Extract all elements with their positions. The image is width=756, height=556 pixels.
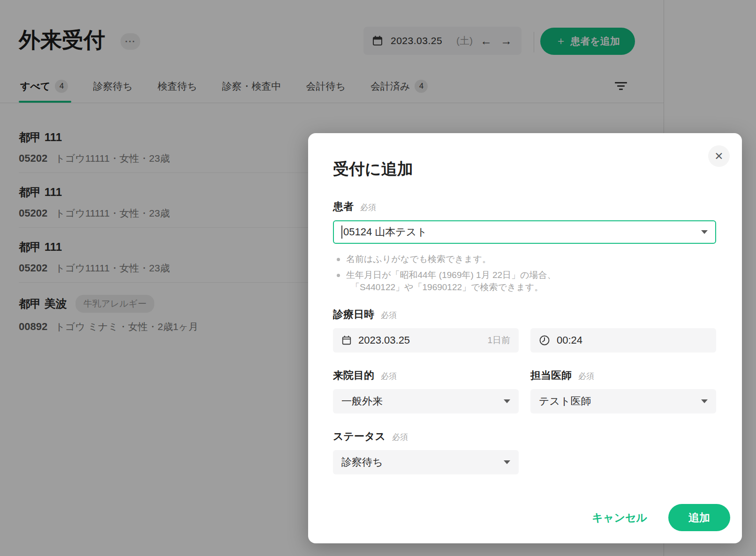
cancel-button[interactable]: キャンセル (592, 511, 647, 525)
status-select[interactable]: 診察待ち (333, 450, 519, 474)
submit-add-label: 追加 (688, 511, 710, 525)
visit-time-field[interactable]: 00:24 (530, 328, 716, 353)
search-hints: 名前はふりがなでも検索できます。 生年月日が「昭和44年 (1969年) 1月 … (334, 253, 716, 293)
patient-field-label: 患者 (333, 200, 354, 214)
modal-title: 受付に追加 (333, 159, 716, 178)
purpose-value: 一般外来 (341, 394, 383, 408)
required-badge: 必須 (578, 371, 594, 382)
required-badge: 必須 (360, 202, 376, 213)
submit-add-button[interactable]: 追加 (668, 504, 730, 531)
doctor-field-label: 担当医師 (530, 368, 572, 383)
datetime-field-label: 診療日時 (333, 308, 374, 322)
purpose-select[interactable]: 一般外来 (333, 389, 519, 413)
status-field-label: ステータス (333, 429, 386, 443)
required-badge: 必須 (381, 310, 397, 321)
add-to-reception-modal: ✕ 受付に追加 患者 必須 05124 山本テスト 名前はふりがなでも検索できま… (308, 133, 742, 543)
visit-time-value: 00:24 (557, 334, 582, 346)
chevron-down-icon (504, 460, 510, 464)
relative-day-label: 1日前 (487, 334, 510, 346)
patient-search-input[interactable]: 05124 山本テスト (333, 220, 716, 244)
hint-item: 名前はふりがなでも検索できます。 (334, 253, 716, 265)
chevron-down-icon (504, 399, 510, 403)
chevron-down-icon (701, 230, 708, 234)
patient-input-value: 05124 山本テスト (343, 225, 427, 239)
doctor-value: テスト医師 (539, 394, 591, 408)
visit-date-value: 2023.03.25 (358, 334, 410, 346)
chevron-down-icon (701, 399, 708, 403)
hint-item: 生年月日が「昭和44年 (1969年) 1月 22日」の場合、 「S440122… (334, 269, 716, 293)
clock-icon (539, 335, 550, 346)
required-badge: 必須 (392, 432, 408, 443)
purpose-field-label: 来院目的 (333, 368, 374, 383)
calendar-icon (341, 335, 352, 346)
doctor-select[interactable]: テスト医師 (530, 389, 716, 413)
required-badge: 必須 (381, 371, 397, 382)
text-cursor (341, 225, 342, 239)
outpatient-reception-page: 外来受付 ··· 2023.03.25 (土) ← → ＋ 患者を追加 すべて … (0, 0, 756, 556)
close-button[interactable]: ✕ (708, 145, 730, 167)
status-value: 診察待ち (341, 455, 383, 469)
close-icon: ✕ (714, 150, 723, 163)
visit-date-field[interactable]: 2023.03.25 1日前 (333, 328, 519, 353)
